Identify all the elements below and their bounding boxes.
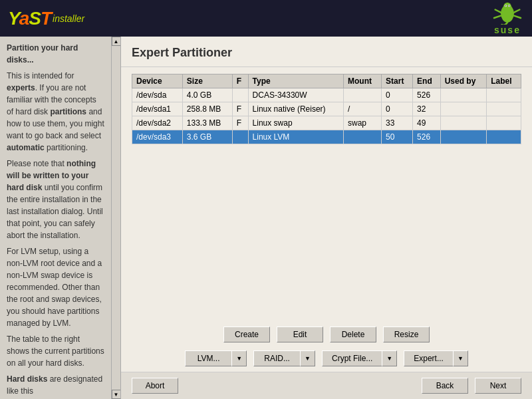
cell-0-3: DCAS-34330W	[248, 88, 343, 102]
logo-a: a	[19, 8, 29, 29]
col-f: F	[232, 74, 248, 88]
bottom-nav: Abort Back Next	[121, 372, 532, 399]
cell-3-8	[487, 130, 521, 144]
cell-1-7	[440, 102, 487, 116]
col-end: End	[413, 74, 441, 88]
cell-0-8	[487, 88, 521, 102]
cell-3-6: 526	[413, 130, 441, 144]
cell-2-6: 49	[413, 116, 441, 130]
cell-0-4	[343, 88, 381, 102]
lvm-dropdown-arrow[interactable]: ▼	[231, 350, 247, 366]
col-label: Label	[487, 74, 521, 88]
sidebar-text: Partition your hard disks... This is int…	[0, 37, 111, 399]
crypt-dropdown: Crypt File... ▼	[322, 350, 397, 366]
cell-3-0: /dev/sda3	[132, 130, 183, 144]
cell-3-1: 3.6 GB	[182, 130, 232, 144]
content-area: Expert Partitioner Device Size F Type Mo…	[121, 37, 532, 399]
sidebar-scroll-up[interactable]: ▲	[112, 37, 121, 46]
cell-2-2: F	[232, 116, 248, 130]
logo-t: T	[41, 8, 51, 29]
cell-0-7	[440, 88, 487, 102]
sidebar-scrollbar: ▲ ▼	[111, 37, 120, 399]
suse-logo: suse	[491, 1, 524, 35]
expert-dropdown-arrow[interactable]: ▼	[453, 350, 468, 366]
cell-2-5: 33	[382, 116, 413, 130]
action-buttons-row: Create Edit Delete Resize	[121, 321, 532, 348]
cell-1-4: /	[343, 102, 381, 116]
raid-button[interactable]: RAID...	[253, 350, 300, 366]
partition-table-body: /dev/sda4.0 GBDCAS-34330W0526/dev/sda125…	[132, 88, 521, 144]
cell-1-3: Linux native (Reiser)	[248, 102, 343, 116]
svg-line-9	[514, 16, 521, 18]
abort-button[interactable]: Abort	[132, 378, 178, 394]
col-start: Start	[382, 74, 413, 88]
next-button[interactable]: Next	[475, 378, 521, 394]
cell-1-6: 32	[413, 102, 441, 116]
cell-0-1: 4.0 GB	[182, 88, 232, 102]
table-header-row: Device Size F Type Mount Start End Used …	[132, 74, 521, 88]
resize-button[interactable]: Resize	[383, 327, 430, 342]
yast-logo: YaST installer	[8, 8, 84, 29]
sidebar-p3: Please note that nothing will be written…	[7, 158, 104, 241]
crypt-file-button[interactable]: Crypt File...	[322, 350, 382, 366]
svg-line-8	[514, 10, 519, 13]
cell-1-2: F	[232, 102, 248, 116]
svg-line-6	[495, 10, 501, 13]
cell-3-5: 50	[382, 130, 413, 144]
raid-dropdown-arrow[interactable]: ▼	[300, 350, 315, 366]
col-mount: Mount	[343, 74, 381, 88]
content-header: Expert Partitioner	[121, 37, 532, 67]
sidebar-p2: This is intended for experts. If you are…	[7, 70, 104, 154]
svg-point-1	[503, 3, 511, 11]
delete-button[interactable]: Delete	[330, 327, 376, 342]
expert-button[interactable]: Expert...	[404, 350, 453, 366]
cell-2-3: Linux swap	[248, 116, 343, 130]
col-type: Type	[248, 74, 343, 88]
cell-0-2	[232, 88, 248, 102]
suse-gecko-icon	[491, 1, 524, 25]
page-title: Expert Partitioner	[132, 46, 521, 60]
cell-1-5: 0	[382, 102, 413, 116]
nav-right: Back Next	[422, 378, 521, 394]
col-used-by: Used by	[440, 74, 487, 88]
cell-3-3: Linux LVM	[248, 130, 343, 144]
cell-3-7	[440, 130, 487, 144]
cell-1-0: /dev/sda1	[132, 102, 183, 116]
cell-0-6: 526	[413, 88, 441, 102]
sidebar-p1: Partition your hard disks...	[7, 42, 104, 66]
table-row[interactable]: /dev/sda2133.3 MBFLinux swapswap3349	[132, 116, 521, 130]
expert-dropdown: Expert... ▼	[404, 350, 468, 366]
sidebar-p4: For LVM setup, using a non-LVM root devi…	[7, 245, 104, 329]
sidebar-p5: The table to the right shows the current…	[7, 333, 104, 369]
svg-point-5	[509, 5, 510, 7]
create-button[interactable]: Create	[223, 327, 270, 342]
sidebar: Partition your hard disks... This is int…	[0, 37, 121, 399]
suse-label: suse	[494, 25, 521, 35]
cell-2-1: 133.3 MB	[182, 116, 232, 130]
partition-table-area: Device Size F Type Mount Start End Used …	[121, 67, 532, 321]
sidebar-p6: Hard disks are designated like this	[7, 373, 104, 397]
main-layout: Partition your hard disks... This is int…	[0, 37, 532, 399]
svg-point-4	[505, 5, 507, 7]
table-row[interactable]: /dev/sda33.6 GBLinux LVM50526	[132, 130, 521, 144]
table-row[interactable]: /dev/sda4.0 GBDCAS-34330W0526	[132, 88, 521, 102]
sidebar-scroll-down[interactable]: ▼	[112, 390, 121, 399]
table-row[interactable]: /dev/sda1258.8 MBFLinux native (Reiser)/…	[132, 102, 521, 116]
cell-2-7	[440, 116, 487, 130]
cell-1-1: 258.8 MB	[182, 102, 232, 116]
partition-table: Device Size F Type Mount Start End Used …	[132, 74, 521, 144]
raid-dropdown: RAID... ▼	[253, 350, 315, 366]
svg-line-7	[494, 16, 501, 18]
logo-installer: installer	[53, 13, 84, 24]
col-size: Size	[182, 74, 232, 88]
lvm-button[interactable]: LVM...	[185, 350, 231, 366]
cell-2-0: /dev/sda2	[132, 116, 183, 130]
edit-button[interactable]: Edit	[277, 327, 323, 342]
cell-2-8	[487, 116, 521, 130]
logo-y: Y	[8, 8, 19, 29]
back-button[interactable]: Back	[422, 378, 468, 394]
col-device: Device	[132, 74, 183, 88]
cell-1-8	[487, 102, 521, 116]
crypt-dropdown-arrow[interactable]: ▼	[382, 350, 397, 366]
cell-2-4: swap	[343, 116, 381, 130]
